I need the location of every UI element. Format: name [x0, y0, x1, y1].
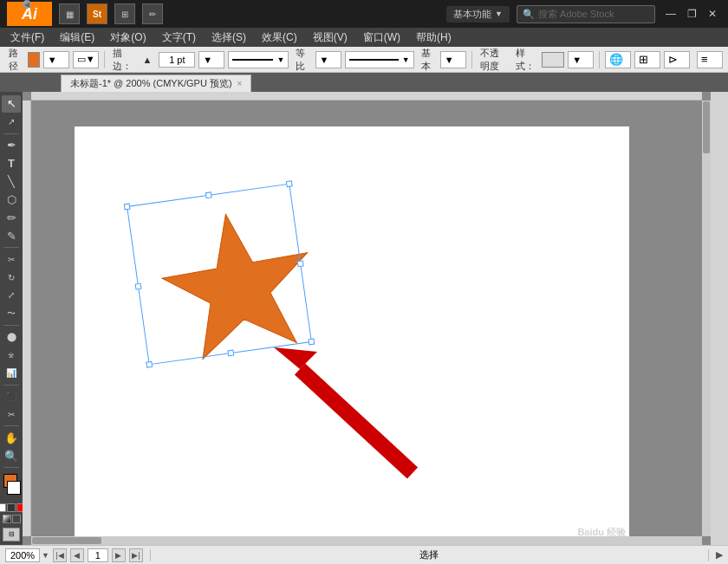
restore-button[interactable]: ❐ — [683, 5, 700, 23]
canvas-wrapper: Baidu 经验 — [23, 92, 711, 545]
menu-object[interactable]: 对象(O) — [103, 29, 153, 47]
horizontal-ruler — [31, 92, 702, 100]
tool-sep-4 — [3, 385, 19, 386]
style-color-box[interactable] — [542, 52, 565, 68]
menu-text[interactable]: 文字(T) — [155, 29, 203, 47]
none-color[interactable] — [0, 503, 6, 512]
handle-top-left[interactable] — [124, 204, 131, 211]
blend-tool[interactable]: ⬤ — [2, 328, 21, 346]
pen-tool[interactable]: ✒ — [2, 137, 21, 154]
horizontal-scroll-thumb[interactable] — [32, 537, 101, 544]
screen-mode-btn[interactable]: ⊟ — [3, 528, 20, 541]
proportional-label: 等比 — [292, 47, 311, 73]
workspace-dropdown[interactable]: 基本功能 ▼ — [446, 6, 510, 23]
menu-effect[interactable]: 效果(C) — [255, 29, 304, 47]
page-input[interactable] — [88, 548, 108, 562]
hand-tool[interactable]: ✋ — [2, 429, 21, 446]
line-tool[interactable]: ╲ — [2, 173, 21, 191]
menu-window[interactable]: 窗口(W) — [356, 29, 407, 47]
stroke-value-input[interactable] — [159, 52, 195, 68]
horizontal-scrollbar[interactable] — [31, 536, 702, 545]
extra-icon-1[interactable]: 🌐 — [605, 51, 631, 68]
pattern-option[interactable] — [12, 515, 21, 523]
status-text: 选择 — [158, 548, 701, 561]
graph-tool[interactable]: 📊 — [2, 365, 21, 382]
stroke-unit-dropdown[interactable]: ▼ — [198, 51, 224, 68]
nav-prev-button[interactable]: ◀ — [70, 548, 84, 562]
color-indicator — [2, 474, 21, 499]
stroke-label: 描边： — [109, 47, 135, 73]
black-color[interactable] — [7, 503, 16, 512]
status-sep-1 — [150, 549, 151, 561]
mini-icon-2[interactable]: St — [87, 3, 107, 24]
menu-edit[interactable]: 编辑(E) — [53, 29, 101, 47]
style-dropdown[interactable]: ▼ — [568, 51, 594, 68]
handle-top-right[interactable] — [286, 180, 293, 187]
status-bar: ▼ |◀ ◀ ▶ ▶| 选择 ▶ — [0, 545, 728, 564]
vertical-scrollbar[interactable] — [702, 100, 711, 536]
extra-icon-3[interactable]: ⊳ — [664, 51, 690, 68]
document-canvas[interactable]: Baidu 经验 — [75, 126, 629, 542]
eraser-tool[interactable]: ✂ — [2, 250, 21, 268]
toolbar-sep-3 — [599, 51, 600, 68]
vertical-scroll-thumb[interactable] — [703, 101, 710, 153]
panel-menu[interactable]: ≡ — [697, 51, 723, 68]
status-sep-2 — [708, 549, 709, 561]
select-tool[interactable]: ↖ — [2, 95, 21, 113]
tab-scroll-left[interactable]: ◀ — [23, 0, 31, 9]
tool-sep-1 — [3, 133, 19, 134]
minimize-button[interactable]: — — [662, 5, 679, 23]
tab-close-button[interactable]: × — [237, 79, 243, 88]
pen-icon[interactable]: ✏ — [142, 3, 163, 24]
view-mode-icon[interactable]: ⊞ — [114, 3, 135, 24]
nav-last-button[interactable]: ▶| — [129, 548, 143, 562]
slice-tool[interactable]: ✂ — [2, 405, 21, 423]
handle-top-mid[interactable] — [205, 191, 212, 198]
handle-bot-mid[interactable] — [227, 350, 234, 357]
menu-view[interactable]: 视图(V) — [306, 29, 354, 47]
base-dropdown[interactable]: ▼ — [440, 51, 466, 68]
nav-next-button[interactable]: ▶ — [112, 548, 126, 562]
path-label: 路径 — [5, 47, 24, 73]
fill-color-box[interactable] — [28, 52, 40, 68]
vertical-ruler — [23, 100, 31, 536]
stroke-up-arrow: ▲ — [139, 55, 155, 65]
rotate-tool[interactable]: ↻ — [2, 269, 21, 286]
line-style-selector2[interactable]: ▼ — [345, 51, 414, 68]
close-button[interactable]: ✕ — [704, 5, 721, 23]
menu-select[interactable]: 选择(S) — [205, 29, 253, 47]
nav-first-button[interactable]: |◀ — [53, 548, 67, 562]
document-tab[interactable]: 未标题-1* @ 200% (CMYK/GPU 预览) × — [61, 75, 251, 92]
paintbrush-tool[interactable]: ✏ — [2, 209, 21, 226]
symbol-tool[interactable]: ※ — [2, 347, 21, 364]
gradient-option[interactable] — [3, 515, 11, 523]
warp-tool[interactable]: 〜 — [2, 305, 21, 322]
title-bar: Ai ▦ St ⊞ ✏ 基本功能 ▼ 🔍 搜索 Adobe Stock — ❐ … — [0, 0, 728, 28]
artboard-tool[interactable]: ⬛ — [2, 387, 21, 405]
menu-bar: 文件(F) 编辑(E) 对象(O) 文字(T) 选择(S) 效果(C) 视图(V… — [0, 28, 728, 47]
extra-icon-2[interactable]: ⊞ — [634, 51, 660, 68]
view-mode-btns: ⊟ — [3, 528, 20, 541]
left-toolbar: ↖ ↗ ✒ T ╲ ⬡ ✏ ✎ ✂ ↻ ⤢ 〜 ⬤ ※ 📊 ⬛ ✂ ✋ 🔍 — [0, 92, 23, 545]
mini-icon-1[interactable]: ▦ — [59, 3, 80, 24]
scale-tool[interactable]: ⤢ — [2, 287, 21, 304]
shape-tool[interactable]: ⬡ — [2, 191, 21, 209]
fill-dropdown[interactable]: ▼ — [43, 51, 69, 68]
opacity-label: 不透明度 — [477, 47, 508, 73]
zoom-tool[interactable]: 🔍 — [2, 447, 21, 464]
background-color[interactable] — [7, 481, 21, 495]
line-style-selector[interactable]: ▼ — [228, 51, 289, 68]
proportional-dropdown[interactable]: ▼ — [315, 51, 341, 68]
direct-select-tool[interactable]: ↗ — [2, 113, 21, 131]
red-color[interactable] — [16, 503, 23, 512]
shape-dropdown[interactable]: ▭▼ — [73, 51, 99, 68]
menu-file[interactable]: 文件(F) — [3, 29, 51, 47]
handle-bot-left[interactable] — [146, 361, 153, 368]
handle-mid-right[interactable] — [297, 260, 304, 267]
type-tool[interactable]: T — [2, 155, 21, 172]
pencil-tool[interactable]: ✎ — [2, 227, 21, 244]
menu-help[interactable]: 帮助(H) — [409, 29, 458, 47]
zoom-input[interactable] — [5, 548, 40, 562]
search-bar[interactable]: 🔍 搜索 Adobe Stock — [517, 5, 655, 23]
handle-mid-left[interactable] — [135, 282, 142, 289]
